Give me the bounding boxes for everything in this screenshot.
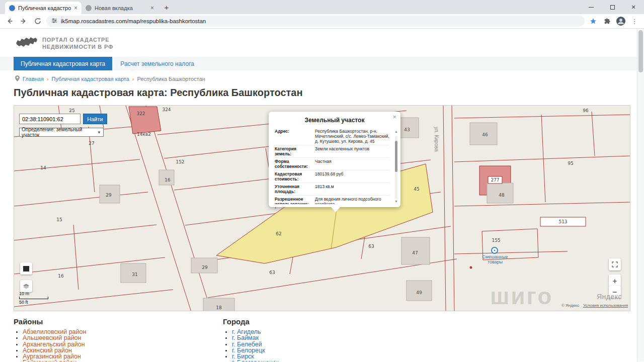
layers-button[interactable]	[20, 280, 32, 292]
popup-row-value: Республика Башкортостан, р-н. Мечетлинск…	[312, 129, 389, 144]
parcel-number-label: 14	[40, 165, 46, 170]
profile-avatar[interactable]	[616, 16, 626, 26]
city-link[interactable]: г. Благовещенск	[232, 359, 424, 361]
tab-close-icon[interactable]: ×	[74, 5, 77, 11]
watermark-text: шиго	[490, 283, 553, 310]
popup-row: Разрешенное использование: Для ведения л…	[275, 195, 389, 204]
extensions-puzzle-icon[interactable]	[602, 16, 613, 27]
new-tab-button[interactable]: +	[161, 2, 172, 13]
popup-rows: Адрес: Республика Башкортостан, р-н. Меч…	[275, 128, 389, 204]
site-logo-russia-map-icon	[15, 35, 38, 51]
popup-row-value: Частная	[312, 159, 389, 169]
site-nav: Публичная кадастровая карта Расчет земел…	[0, 57, 637, 70]
back-icon[interactable]	[4, 16, 15, 27]
tab-favicon-icon	[86, 5, 92, 11]
parcel-number-label: 62	[276, 231, 281, 236]
terms-of-use-link[interactable]: Условия использования	[583, 303, 628, 308]
browser-tab-active[interactable]: Публичная кадастровая карт ×	[5, 2, 82, 14]
forward-icon[interactable]	[18, 16, 29, 27]
city-link[interactable]: г. Баймак	[232, 335, 424, 341]
fullscreen-button[interactable]	[609, 258, 621, 270]
overview-map-icon	[23, 266, 29, 272]
map-scale: 10 m 50 ft	[19, 291, 48, 305]
parcel-number-label: 46	[482, 132, 488, 137]
url-text: ik5map.roscadastres.com/map/respublika-b…	[61, 18, 206, 24]
map-canvas[interactable]: 2532232414кв2271521614291516293118626363…	[14, 105, 630, 311]
browser-menu-icon[interactable]: ⋮	[629, 16, 640, 27]
popup-scroll-up-icon[interactable]: ▲	[394, 130, 398, 133]
breadcrumb: Главная › Публичная кадастровая карта › …	[15, 75, 205, 82]
breadcrumb-separator: ›	[47, 76, 49, 82]
scale-meters: 10 m	[19, 291, 48, 296]
popup-row-label: Форма собственности:	[275, 159, 312, 169]
nav-tab-land-tax[interactable]: Расчет земельного налога	[112, 57, 202, 70]
tab-close-icon[interactable]: ×	[150, 5, 154, 11]
definition-select[interactable]: Определение: земельный участок ▼	[19, 128, 104, 137]
popup-row: Кадастровая стоимость: 180139.68 руб	[275, 170, 389, 183]
parcel-number-label: 47	[412, 250, 418, 255]
nav-tab-cadastral-map[interactable]: Публичная кадастровая карта	[14, 57, 112, 70]
cities-column: Города г. Агидельг. Баймакг. Белебейг. Б…	[223, 317, 424, 361]
overview-map-button[interactable]	[20, 262, 32, 275]
search-button[interactable]: Найти	[83, 114, 107, 124]
page-content: ПОРТАЛ О КАДАСТРЕ НЕДВИЖИМОСТИ В РФ Публ…	[0, 29, 644, 361]
parcel-number-label: 16	[165, 177, 170, 183]
popup-row-value: Земли населенных пунктов	[312, 146, 389, 156]
popup-row-value: Для ведения личного подсобного хозяйства	[312, 197, 389, 204]
tab-favicon-icon	[9, 5, 15, 11]
parcel-number-label: 14кв2	[137, 132, 151, 137]
scale-feet: 50 ft	[19, 300, 48, 305]
breadcrumb-current: Республика Башкортостан	[137, 76, 205, 82]
parcel-number-label: 15	[56, 217, 62, 222]
browser-tab-strip: Публичная кадастровая карт × Новая вклад…	[0, 0, 644, 14]
page-scrollbar-thumb[interactable]	[638, 30, 643, 72]
window-minimize-button[interactable]	[581, 0, 602, 14]
refresh-icon[interactable]	[32, 16, 43, 27]
footer-links: Районы Абзелиловский районАльшеевский ра…	[14, 317, 627, 361]
parcel-number-label: 324	[162, 107, 171, 112]
bookmark-star-icon[interactable]	[588, 16, 599, 27]
poi-shop-label: Смешанные товары	[479, 254, 511, 264]
yandex-logo[interactable]: Яндекс	[597, 293, 622, 301]
parcel-number-label: 45	[414, 187, 419, 192]
city-link[interactable]: г. Агидель	[232, 329, 424, 335]
scale-bar	[19, 297, 48, 299]
parcel-number-label: 277	[491, 177, 499, 183]
popup-scrollbar[interactable]	[395, 136, 397, 199]
district-link[interactable]: Баймакский район	[23, 359, 215, 361]
popup-close-icon[interactable]: ×	[392, 113, 396, 121]
window-maximize-button[interactable]	[602, 0, 623, 14]
popup-row-label: Категория земель:	[275, 146, 312, 156]
window-controls: ✕	[581, 0, 644, 14]
city-link[interactable]: г. Белорецк	[232, 347, 424, 353]
parcel-number-label: 63	[368, 244, 374, 249]
page-scrollbar[interactable]	[637, 29, 644, 361]
site-info-icon[interactable]	[51, 17, 57, 26]
parcel-number-label: 152	[176, 159, 184, 164]
cadastral-number-input[interactable]	[19, 114, 80, 124]
window-close-button[interactable]: ✕	[623, 0, 644, 14]
zoom-in-button[interactable]: +	[609, 275, 621, 287]
breadcrumb-map[interactable]: Публичная кадастровая карта	[52, 76, 129, 82]
breadcrumb-home[interactable]: Главная	[23, 76, 44, 82]
district-link[interactable]: Альшеевский район	[23, 335, 215, 341]
popup-row-label: Уточненная площадь:	[275, 184, 312, 194]
parcel-number-label: 18	[216, 305, 221, 310]
parcel-number-label: 63	[269, 270, 275, 275]
parcel-number-label: 49	[416, 290, 422, 295]
popup-scroll-down-icon[interactable]: ▼	[394, 200, 398, 203]
parcel-number-label: 31	[132, 272, 137, 277]
popup-row: Форма собственности: Частная	[275, 157, 389, 170]
tab-title: Публичная кадастровая карт	[18, 5, 71, 11]
address-bar[interactable]: ik5map.roscadastres.com/map/respublika-b…	[46, 16, 585, 27]
districts-list: Абзелиловский районАльшеевский районАрха…	[14, 329, 215, 361]
parcel-number-label: 16	[58, 274, 63, 279]
site-logo-text: ПОРТАЛ О КАДАСТРЕ НЕДВИЖИМОСТИ В РФ	[42, 36, 113, 50]
browser-tab-newtab[interactable]: Новая вкладка ×	[82, 2, 158, 14]
street-name-label: ул. Кирова	[434, 127, 439, 151]
site-header: ПОРТАЛ О КАДАСТРЕ НЕДВИЖИМОСТИ В РФ	[15, 35, 113, 51]
popup-row: Категория земель: Земли населенных пункт…	[275, 145, 389, 157]
popup-row-label: Кадастровая стоимость:	[275, 171, 312, 182]
popup-scrollbar-thumb[interactable]	[395, 141, 397, 172]
popup-row: Адрес: Республика Башкортостан, р-н. Меч…	[275, 128, 389, 145]
